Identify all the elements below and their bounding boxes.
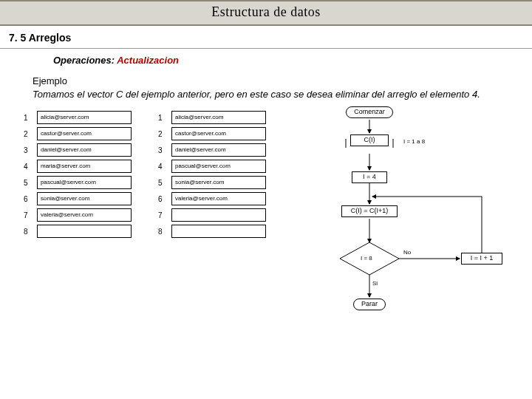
- flowchart: Comenzar C(I) I = 1 a 8 I = 4 C(I) = C(I…: [288, 103, 525, 362]
- row-value: [171, 208, 266, 222]
- row-index: 3: [158, 146, 171, 154]
- row-value: pascual@server.com: [37, 176, 132, 189]
- row-index: 3: [24, 146, 37, 154]
- row-value: sonia@server.com: [37, 192, 132, 205]
- row-index: 6: [158, 195, 171, 203]
- row-index: 6: [24, 195, 37, 203]
- row-index: 1: [24, 114, 37, 122]
- row-index: 2: [24, 130, 37, 138]
- section-heading: 7. 5 Arreglos: [0, 26, 532, 49]
- page-title-bar: Estructura de datos: [0, 0, 532, 26]
- operations-highlight: Actualizacion: [117, 55, 179, 66]
- table-row: 4maria@server.com: [24, 158, 132, 174]
- flow-shift: C(I) = C(I+1): [341, 205, 398, 217]
- row-value: [37, 225, 132, 238]
- table-row: 2castor@server.com: [158, 126, 266, 142]
- table-row: 7valeria@server.com: [24, 207, 132, 223]
- row-value: maria@server.com: [37, 160, 132, 173]
- row-index: 1: [158, 114, 171, 122]
- section-number: 7. 5 Arreglos: [9, 32, 71, 44]
- row-value: daniel@server.com: [37, 143, 132, 157]
- row-value: sonia@server.com: [171, 176, 266, 189]
- row-index: 8: [158, 228, 171, 236]
- row-index: 4: [24, 163, 37, 171]
- operations-subheading: Operaciones: Actualizacion: [0, 49, 532, 67]
- flow-stop: Parar: [353, 299, 386, 310]
- table-row: 1alicia@server.com: [24, 109, 132, 126]
- row-value: pascual@server.com: [171, 160, 266, 173]
- table-row: 2castor@server.com: [24, 126, 132, 142]
- table-row: 5pascual@server.com: [24, 174, 132, 191]
- row-value: daniel@server.com: [171, 143, 266, 157]
- array-before: 1alicia@server.com 2castor@server.com 3d…: [24, 109, 132, 239]
- row-value: castor@server.com: [37, 127, 132, 140]
- row-index: 2: [158, 130, 171, 138]
- flow-start: Comenzar: [346, 106, 393, 118]
- array-after: 1alicia@server.com 2castor@server.com 3d…: [158, 109, 266, 239]
- table-row: 6sonia@server.com: [24, 191, 132, 207]
- table-row: 7: [158, 207, 266, 223]
- table-row: 3daniel@server.com: [24, 142, 132, 158]
- row-value: valeria@server.com: [37, 208, 132, 222]
- flow-yes-label: Si: [372, 281, 378, 287]
- operations-label: Operaciones:: [53, 55, 117, 66]
- row-value: valeria@server.com: [171, 192, 266, 205]
- content-area: 1alicia@server.com 2castor@server.com 3d…: [0, 103, 532, 369]
- row-index: 7: [158, 211, 171, 219]
- flow-init: I = 4: [352, 171, 387, 183]
- page-title: Estructura de datos: [211, 4, 320, 19]
- table-row: 8: [24, 223, 132, 239]
- row-index: 4: [158, 163, 171, 171]
- row-index: 7: [24, 211, 37, 219]
- table-row: 5sonia@server.com: [158, 174, 266, 191]
- table-row: 3daniel@server.com: [158, 142, 266, 158]
- row-value: alicia@server.com: [37, 111, 132, 124]
- row-value: alicia@server.com: [171, 111, 266, 124]
- row-value: castor@server.com: [171, 127, 266, 140]
- flow-no-label: No: [403, 250, 411, 256]
- example-body: Tomamos el vector C del ejemplo anterior…: [33, 89, 480, 100]
- example-block: Ejemplo Tomamos el vector C del ejemplo …: [0, 67, 532, 100]
- row-index: 8: [24, 228, 37, 236]
- flow-decision-label: I = 8: [361, 256, 372, 262]
- table-row: 4pascual@server.com: [158, 158, 266, 174]
- example-heading: Ejemplo: [33, 75, 517, 88]
- row-value: [171, 225, 266, 238]
- table-row: 8: [158, 223, 266, 239]
- flow-increment: I = I + 1: [461, 253, 502, 265]
- table-row: 1alicia@server.com: [158, 109, 266, 126]
- row-index: 5: [158, 179, 171, 187]
- row-index: 5: [24, 179, 37, 187]
- flow-read-note: I = 1 a 8: [403, 139, 425, 145]
- table-row: 6valeria@server.com: [158, 191, 266, 207]
- flow-read: C(I): [350, 134, 389, 146]
